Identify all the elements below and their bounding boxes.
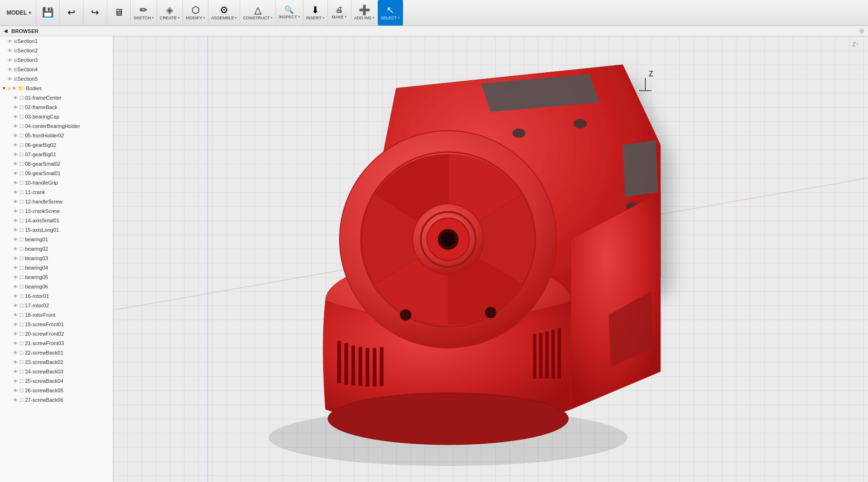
make-menu[interactable]: 🖨 MAKE ▾	[328, 0, 351, 25]
create-menu[interactable]: ◈ CREATE ▾	[157, 0, 183, 25]
body-item[interactable]: 👁 ☐ 02-frameBack	[0, 102, 113, 112]
body-item[interactable]: 👁 ☐ 26-screwBack05	[0, 386, 113, 395]
body-visibility[interactable]: 👁	[13, 246, 18, 252]
body-item[interactable]: 👁 ☐ 23-screwBack02	[0, 357, 113, 367]
body-item[interactable]: 👁 ☐ bearing04	[0, 263, 113, 272]
addins-menu[interactable]: ➕ ADD-INS ▾	[351, 0, 378, 25]
body-visibility[interactable]: 👁	[13, 388, 18, 393]
body-visibility[interactable]: 👁	[13, 190, 18, 195]
modify-menu[interactable]: ⬡ MODIFY ▾	[183, 0, 209, 25]
body-visibility[interactable]: 👁	[13, 256, 18, 261]
body-visibility[interactable]: 👁	[13, 228, 18, 233]
section3-item[interactable]: 👁 ⊞ Section3	[0, 55, 113, 65]
body-visibility[interactable]: 👁	[13, 360, 18, 365]
undo-button[interactable]: ↩	[60, 0, 83, 25]
body-visibility[interactable]: 👁	[13, 284, 18, 289]
body-item[interactable]: 👁 ☐ 24-screwBack03	[0, 367, 113, 376]
body-item[interactable]: 👁 ☐ bearing01	[0, 235, 113, 244]
body-item[interactable]: 👁 ☐ 11-crank	[0, 187, 113, 197]
body-item[interactable]: 👁 ☐ 07-gearBig01	[0, 150, 113, 159]
section2-item[interactable]: 👁 ⊞ Section2	[0, 46, 113, 55]
body-item[interactable]: 👁 ☐ bearing06	[0, 282, 113, 291]
body-visibility[interactable]: 👁	[13, 341, 18, 346]
body-visibility[interactable]: 👁	[13, 143, 18, 148]
body-visibility[interactable]: 👁	[13, 275, 18, 280]
bodies-folder[interactable]: ▼ ⚡ 👁 📁 Bodies	[0, 84, 113, 93]
body-visibility[interactable]: 👁	[13, 218, 18, 223]
body-item[interactable]: 👁 ☐ 05-frontHolder02	[0, 131, 113, 140]
body-visibility[interactable]: 👁	[13, 303, 18, 308]
bodies-visibility[interactable]: 👁	[12, 86, 17, 91]
redo-button[interactable]: ↪	[83, 0, 107, 25]
select-menu[interactable]: ↖ SELECT ▾	[378, 0, 403, 25]
body-visibility[interactable]: 👁	[13, 237, 18, 242]
body-item[interactable]: 👁 ☐ 15-axisLong01	[0, 225, 113, 235]
body-item[interactable]: 👁 ☐ 04-centerBearingHolder	[0, 121, 113, 131]
save-button[interactable]: 💾	[36, 0, 60, 25]
body-item[interactable]: 👁 ☐ 16-rotor01	[0, 291, 113, 301]
section5-visibility[interactable]: 👁	[8, 76, 12, 82]
body-visibility[interactable]: 👁	[13, 199, 18, 204]
assemble-menu[interactable]: ⚙ ASSEMBLE ▾	[209, 0, 241, 25]
browser-expand[interactable]: ◀	[4, 28, 8, 34]
body-item[interactable]: 👁 ☐ 17-rotor02	[0, 301, 113, 310]
body-visibility[interactable]: 👁	[13, 124, 18, 129]
body-item[interactable]: 👁 ☐ bearing03	[0, 254, 113, 263]
construct-menu[interactable]: △ CONSTRUCT ▾	[240, 0, 276, 25]
section2-visibility[interactable]: 👁	[8, 48, 12, 53]
body-item[interactable]: 👁 ☐ 19-screwFront01	[0, 320, 113, 329]
body-visibility[interactable]: 👁	[13, 331, 18, 337]
body-visibility[interactable]: 👁	[13, 369, 18, 374]
body-visibility[interactable]: 👁	[13, 133, 18, 138]
body-item[interactable]: 👁 ☐ 03-bearingCap	[0, 112, 113, 121]
inspect-menu[interactable]: 🔍 INSPECT ▾	[276, 0, 303, 25]
viewport[interactable]: Z Z↑	[113, 36, 868, 482]
section1-item[interactable]: 👁 ⊞ Section1	[0, 36, 113, 46]
body-item[interactable]: 👁 ☐ 01-frameCenter	[0, 93, 113, 102]
body-visibility[interactable]: 👁	[13, 322, 18, 327]
body-visibility[interactable]: 👁	[13, 350, 18, 355]
body-visibility[interactable]: 👁	[13, 180, 18, 186]
body-item[interactable]: 👁 ☐ bearing05	[0, 272, 113, 282]
body-item[interactable]: 👁 ☐ bearing02	[0, 244, 113, 254]
body-item[interactable]: 👁 ☐ 22-screwBack01	[0, 348, 113, 357]
body-visibility[interactable]: 👁	[13, 397, 18, 403]
body-item[interactable]: 👁 ☐ 18-rotorFront	[0, 310, 113, 320]
body-visibility[interactable]: 👁	[13, 152, 18, 157]
sketch-menu[interactable]: ✏ SKETCH ▾	[131, 0, 157, 25]
insert-menu[interactable]: ⬇ INSERT ▾	[303, 0, 328, 25]
section4-visibility[interactable]: 👁	[8, 67, 12, 72]
model-menu[interactable]: MODEL ▾	[2, 0, 36, 25]
body-item[interactable]: 👁 ☐ 13-crankScrew	[0, 206, 113, 216]
body-visibility[interactable]: 👁	[13, 114, 18, 119]
body-visibility[interactable]: 👁	[13, 95, 18, 101]
body-item[interactable]: 👁 ☐ 20-screwFront02	[0, 329, 113, 338]
body-visibility[interactable]: 👁	[13, 294, 18, 299]
body-item[interactable]: 👁 ☐ 14-axisSmal01	[0, 216, 113, 225]
browser-pin[interactable]	[860, 29, 864, 34]
body-visibility[interactable]: 👁	[13, 161, 18, 167]
body-item[interactable]: 👁 ☐ 21-screwFront03	[0, 338, 113, 348]
body-item[interactable]: 👁 ☐ 27-screwBack06	[0, 395, 113, 405]
body-visibility[interactable]: 👁	[13, 313, 18, 318]
body-box-icon: ☐	[19, 218, 24, 223]
body-box-icon: ☐	[19, 275, 24, 280]
body-item[interactable]: 👁 ☐ 09-gearSmal01	[0, 169, 113, 178]
bodies-expand[interactable]: ▼	[2, 86, 6, 91]
body-visibility[interactable]: 👁	[13, 171, 18, 176]
body-item[interactable]: 👁 ☐ 10-handleGrip	[0, 178, 113, 187]
section4-item[interactable]: 👁 ⊞ Section4	[0, 65, 113, 74]
body-visibility[interactable]: 👁	[13, 265, 18, 271]
body-visibility[interactable]: 👁	[13, 209, 18, 214]
section3-visibility[interactable]: 👁	[8, 58, 12, 63]
body-visibility[interactable]: 👁	[13, 105, 18, 110]
modify-label: MODIFY	[186, 16, 202, 20]
section1-visibility[interactable]: 👁	[8, 39, 12, 44]
body-item[interactable]: 👁 ☐ 12-handleScrew	[0, 197, 113, 206]
body-item[interactable]: 👁 ☐ 08-gearSmal02	[0, 159, 113, 169]
section5-item[interactable]: 👁 ⊞ Section5	[0, 74, 113, 84]
body-visibility[interactable]: 👁	[13, 379, 18, 384]
display-button[interactable]: 🖥	[107, 0, 131, 25]
body-item[interactable]: 👁 ☐ 06-gearBig02	[0, 140, 113, 150]
body-item[interactable]: 👁 ☐ 25-screwBack04	[0, 376, 113, 386]
